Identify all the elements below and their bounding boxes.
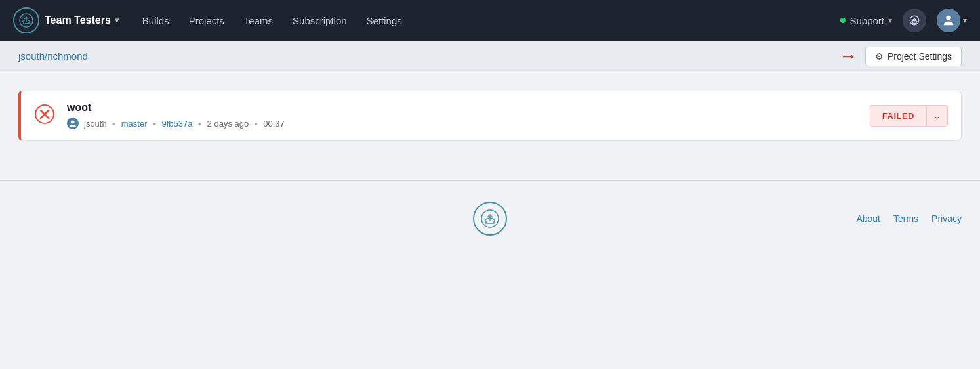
footer-about-link[interactable]: About [856, 213, 880, 224]
build-duration: 00:37 [263, 119, 285, 129]
failed-dropdown-button[interactable]: ⌄ [926, 105, 948, 127]
team-name[interactable]: Team Testers ▾ [45, 14, 119, 26]
svg-point-6 [71, 121, 75, 124]
build-user-icon [67, 118, 79, 129]
build-info: woot jsouth ● master ● 9fb537a ● 2 days … [67, 102, 858, 129]
navbar: Team Testers ▾ Builds Projects Teams Sub… [0, 0, 980, 41]
meta-dot-4: ● [254, 120, 258, 127]
footer-logo [473, 202, 507, 236]
main-content: woot jsouth ● master ● 9fb537a ● 2 days … [0, 72, 980, 141]
build-meta: jsouth ● master ● 9fb537a ● 2 days ago ●… [67, 118, 858, 129]
build-time-ago: 2 days ago [207, 119, 249, 129]
nav-settings[interactable]: Settings [359, 11, 410, 30]
nav-teams[interactable]: Teams [236, 11, 281, 30]
svg-point-2 [946, 16, 950, 20]
build-branch[interactable]: master [121, 119, 148, 129]
arrow-indicator-icon: → [839, 47, 857, 66]
breadcrumb-path[interactable]: jsouth/richmond [18, 51, 88, 62]
nav-logo [13, 7, 39, 33]
user-avatar[interactable] [937, 9, 960, 32]
nav-builds[interactable]: Builds [134, 11, 177, 30]
footer-links: About Terms Privacy [856, 213, 962, 224]
meta-dot-2: ● [152, 120, 156, 127]
project-settings-button[interactable]: ⚙ Project Settings [865, 47, 962, 66]
build-commit[interactable]: 9fb537a [162, 119, 193, 129]
nav-projects[interactable]: Projects [181, 11, 232, 30]
footer-privacy-link[interactable]: Privacy [931, 213, 962, 224]
footer: About Terms Privacy [0, 181, 980, 257]
build-user[interactable]: jsouth [84, 119, 107, 129]
build-failed-icon [34, 104, 55, 127]
nav-right: Support ▾ ▾ [840, 9, 967, 32]
breadcrumb-right: → ⚙ Project Settings [839, 47, 962, 66]
footer-logo-icon [473, 202, 507, 236]
build-actions: FAILED ⌄ [870, 105, 948, 127]
gear-icon: ⚙ [875, 51, 884, 62]
failed-status-button[interactable]: FAILED [870, 105, 926, 127]
meta-dot-1: ● [112, 120, 116, 127]
nav-subscription[interactable]: Subscription [285, 11, 355, 30]
support-status-dot [840, 18, 846, 23]
support-button[interactable]: Support ▾ [840, 15, 892, 26]
avatar-chevron-icon: ▾ [963, 16, 967, 25]
brand-chevron-icon: ▾ [115, 16, 119, 25]
meta-dot-3: ● [198, 120, 202, 127]
build-name[interactable]: woot [67, 102, 858, 114]
anchor-button[interactable] [903, 9, 926, 32]
logo-icon [13, 7, 39, 33]
avatar-group: ▾ [937, 9, 967, 32]
breadcrumb-bar: jsouth/richmond → ⚙ Project Settings [0, 41, 980, 72]
build-item: woot jsouth ● master ● 9fb537a ● 2 days … [18, 91, 962, 141]
footer-terms-link[interactable]: Terms [893, 213, 918, 224]
nav-links: Builds Projects Teams Subscription Setti… [134, 11, 410, 30]
